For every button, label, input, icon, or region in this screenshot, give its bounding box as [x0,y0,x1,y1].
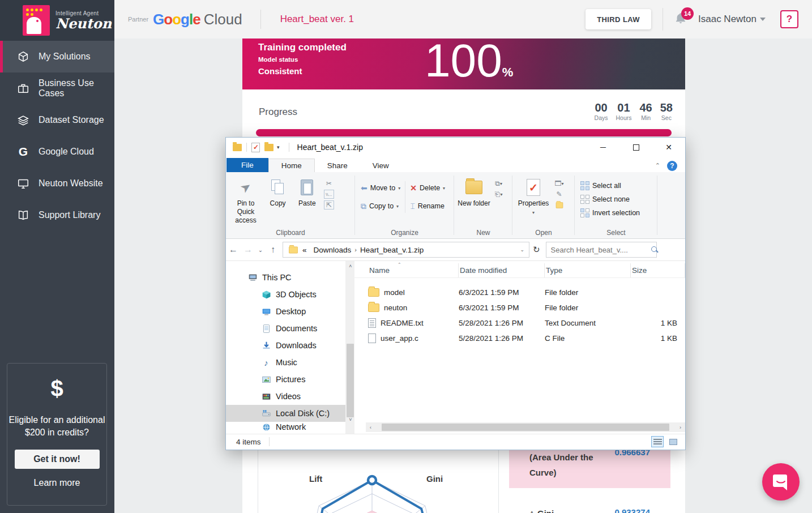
invert-selection-button[interactable]: Invert selection [578,206,654,220]
radar-chart-svg [258,442,499,513]
scroll-left-icon[interactable]: ‹ [366,425,375,430]
file-row-neuton[interactable]: neuton 6/3/2021 1:59 PM File folder [354,300,685,315]
scroll-down-icon[interactable]: ˅ [345,414,355,424]
search-icon[interactable] [651,246,652,254]
close-button[interactable]: ✕ [652,138,685,157]
tab-share[interactable]: Share [315,159,360,172]
history-icon[interactable] [554,200,565,210]
back-button[interactable]: ← [226,245,241,255]
file-explorer-window: ▾ Heart_beat_v.1.zip ─ ✕ File Home Share… [225,137,686,450]
address-input[interactable]: « Downloads › Heart_beat_v.1.zip ⌄ [283,242,529,258]
sidebar-item-google-cloud[interactable]: G Google Cloud [0,136,114,168]
rename-button[interactable]: ⌶Rename [408,199,447,213]
search-box[interactable] [546,242,657,258]
chat-widget-button[interactable] [762,463,800,501]
paste-button[interactable]: Paste [293,176,320,208]
notifications-bell-icon[interactable]: 14 [674,12,689,27]
explorer-titlebar[interactable]: ▾ Heart_beat_v.1.zip ─ ✕ [226,138,685,157]
cut-icon[interactable]: ✂ [324,179,334,188]
select-all-button[interactable]: Select all [578,179,654,193]
maximize-button[interactable] [619,138,652,157]
sidebar-item-business-use-cases[interactable]: Business Use Cases [0,72,114,104]
cube-icon [17,50,29,63]
easy-access-icon[interactable]: ⎗▾ [494,190,504,199]
tree-item-3d-objects[interactable]: 3D Objects [226,286,345,303]
logo[interactable]: Intelligent Agent Neuton [0,0,114,41]
paste-shortcut-icon[interactable]: ⇱ [324,200,334,210]
tree-item-downloads[interactable]: Downloads [226,337,345,354]
column-header-name[interactable]: ⌃Name [368,263,459,277]
copy-button[interactable]: Copy [264,176,292,208]
user-menu[interactable]: Isaac Newton [698,14,757,25]
sidebar-item-label: Business Use Cases [39,78,114,99]
properties-button[interactable]: Properties ▾ [516,176,551,216]
copy-path-icon[interactable]: \\... [324,190,334,199]
tree-item-network[interactable]: Network [226,422,345,432]
pin-to-quick-access-button[interactable]: ➤ Pin to Quick access [229,176,262,225]
edit-icon[interactable]: ✎ [554,190,565,199]
folder-icon [368,303,379,312]
address-dropdown-icon[interactable]: ⌄ [515,247,529,253]
breadcrumb-current[interactable]: Heart_beat_v.1.zip [360,246,424,254]
breadcrumb-chevrons[interactable]: « [302,246,307,254]
tab-home[interactable]: Home [268,159,315,172]
new-item-icon[interactable]: ⧉▾ [494,179,504,188]
file-row-user-app[interactable]: user_app.c 5/28/2021 1:26 PM C File 1 KB [354,331,685,346]
new-folder-quick-icon[interactable] [264,144,273,151]
chevron-down-icon[interactable] [760,18,766,21]
select-none-icon [580,195,589,204]
copy-to-button[interactable]: ⧉Copy to▾ [358,199,403,213]
column-header-size[interactable]: Size [631,263,685,277]
tree-item-desktop[interactable]: Desktop [226,303,345,320]
tree-item-videos[interactable]: Videos [226,388,345,405]
tab-view[interactable]: View [360,159,401,172]
file-list-header: ⌃Name Date modified Type Size [354,263,685,278]
move-to-button[interactable]: ⬅Move to▾ [358,181,403,195]
breadcrumb-downloads[interactable]: Downloads [314,246,352,254]
search-input[interactable] [551,246,651,254]
column-header-type[interactable]: Type [545,263,631,277]
quick-access-toolbar-dropdown-icon[interactable]: ▾ [277,144,280,150]
metric-gini-row: ↑Gini 0.933274 [509,501,670,513]
details-view-button[interactable] [651,436,664,447]
scroll-right-icon[interactable]: › [676,425,685,430]
forward-button[interactable]: → [241,245,255,255]
music-icon: ♪ [261,357,271,367]
sidebar-item-support-library[interactable]: Support Library [0,199,114,231]
sidebar-item-neuton-website[interactable]: Neuton Website [0,168,114,199]
scrollbar-thumb[interactable] [347,344,354,417]
recent-locations-dropdown-icon[interactable]: ⌄ [255,247,266,253]
scrollbar-thumb[interactable] [382,424,669,431]
third-law-button[interactable]: THIRD LAW [586,9,651,29]
scroll-up-icon[interactable]: ˄ [345,261,355,271]
delete-button[interactable]: ✕Delete▾ [408,181,447,195]
file-row-readme[interactable]: README.txt 5/28/2021 1:26 PM Text Docume… [354,315,685,331]
properties-quick-icon[interactable] [251,143,260,152]
sidebar-item-dataset-storage[interactable]: Dataset Storage [0,104,114,136]
thumbnail-view-button[interactable] [667,436,679,447]
local-disk-icon [261,408,271,418]
collapse-ribbon-icon[interactable]: ⌃ [655,162,660,169]
sidebar-item-my-solutions[interactable]: My Solutions [0,41,114,72]
tree-item-documents[interactable]: Documents [226,320,345,337]
progress-label: Progress [259,106,297,118]
get-it-now-button[interactable]: Get it now! [15,450,100,469]
tree-item-local-disk-c[interactable]: Local Disk (C:) [226,405,345,422]
refresh-icon[interactable]: ↻ [533,245,540,255]
learn-more-link[interactable]: Learn more [7,478,106,488]
select-none-button[interactable]: Select none [578,193,654,206]
new-folder-button[interactable]: New folder [458,176,490,208]
up-button[interactable]: ↑ [266,245,280,255]
tree-item-this-pc[interactable]: This PC [226,269,345,286]
column-header-date[interactable]: Date modified [459,263,545,277]
open-icon[interactable]: 🗖▾ [554,179,565,188]
tab-file[interactable]: File [226,158,268,172]
explorer-help-icon[interactable]: ? [667,161,677,171]
file-row-model[interactable]: model 6/3/2021 1:59 PM File folder [354,285,685,300]
tree-item-pictures[interactable]: Pictures [226,371,345,388]
tree-scrollbar[interactable]: ˄ ˅ [345,261,354,434]
tree-item-music[interactable]: ♪ Music [226,354,345,371]
help-button[interactable]: ? [780,10,798,28]
minimize-button[interactable]: ─ [587,138,619,157]
horizontal-scrollbar[interactable]: ‹ › [366,422,685,432]
